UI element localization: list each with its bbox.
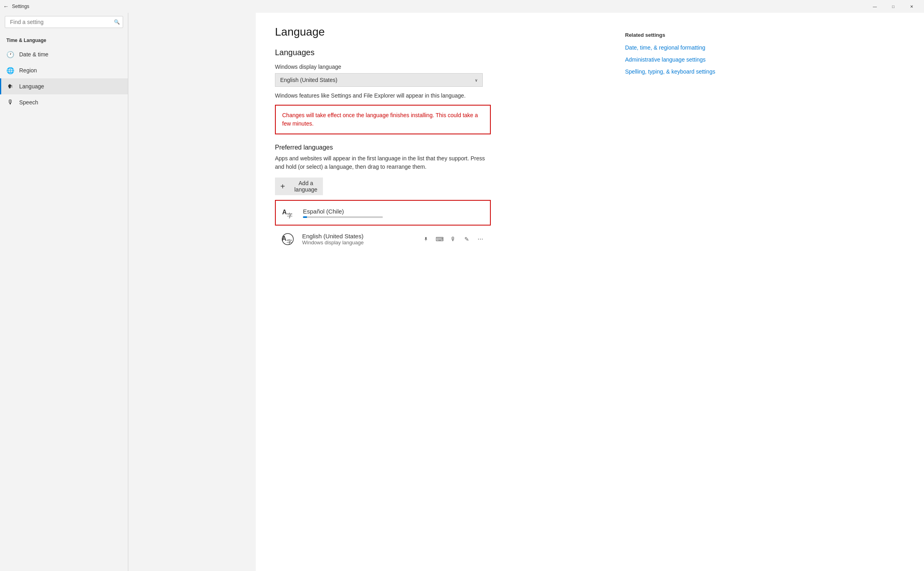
display-language-label: Windows display language — [275, 64, 596, 70]
warning-text: Changes will take effect once the langua… — [282, 111, 484, 128]
language-icon: 🗣 — [6, 82, 14, 90]
search-icon: 🔍 — [114, 19, 120, 25]
related-link-date-time[interactable]: Date, time, & regional formatting — [625, 44, 718, 51]
espanol-progress-bar — [303, 216, 307, 218]
mic-icon: 🎙 — [6, 98, 14, 106]
related-link-admin-language[interactable]: Administrative language settings — [625, 56, 718, 63]
close-button[interactable]: ✕ — [902, 0, 921, 13]
display-language-description: Windows features like Settings and File … — [275, 92, 491, 100]
add-language-label: Add a language — [292, 180, 320, 193]
preferred-languages-title: Preferred languages — [275, 144, 596, 151]
sidebar-item-label: Region — [19, 67, 37, 74]
related-link-spelling[interactable]: Spelling, typing, & keyboard settings — [625, 68, 718, 75]
english-lang-sublabel: Windows display language — [302, 240, 414, 246]
lang-icon-espanol: A 字 — [281, 205, 297, 221]
clock-icon: 🕐 — [6, 50, 14, 58]
sidebar-section-title: Time & Language — [0, 31, 128, 46]
svg-text:字: 字 — [287, 212, 293, 219]
globe-icon: 🌐 — [6, 66, 14, 74]
lang-icon-english: A 字 — [280, 231, 296, 247]
options-icon[interactable]: ⋯ — [475, 234, 486, 245]
svg-text:A: A — [282, 235, 287, 242]
handwriting-icon[interactable]: ✎ — [461, 234, 472, 245]
sidebar-item-speech[interactable]: 🎙 Speech — [0, 94, 128, 110]
keyboard-layout-icon[interactable]: ⌨ — [434, 234, 445, 245]
titlebar: ← Settings — □ ✕ — [0, 0, 924, 13]
svg-text:字: 字 — [287, 239, 292, 245]
sidebar-item-language[interactable]: 🗣 Language — [0, 78, 128, 94]
sidebar: 🔍 Time & Language 🕐 Date & time 🌐 Region… — [0, 0, 128, 571]
display-language-value: English (United States) — [280, 77, 337, 83]
sidebar-item-label: Language — [19, 83, 44, 90]
add-language-button[interactable]: + Add a language — [275, 178, 323, 195]
search-input[interactable] — [5, 16, 123, 28]
maximize-button[interactable]: □ — [884, 0, 902, 13]
languages-section-title: Languages — [275, 48, 596, 57]
english-lang-info: English (United States) Windows display … — [302, 233, 414, 246]
main-content: Language Languages Windows display langu… — [256, 0, 924, 571]
content-area: Language Languages Windows display langu… — [256, 13, 615, 571]
back-icon[interactable]: ← — [3, 3, 9, 10]
language-item-english[interactable]: A 字 English (United States) Windows disp… — [275, 227, 491, 251]
warning-box: Changes will take effect once the langua… — [275, 105, 491, 134]
sidebar-item-label: Speech — [19, 99, 38, 106]
search-container: 🔍 — [5, 16, 123, 28]
language-symbol-icon-english: A 字 — [281, 232, 295, 246]
mic-action-icon[interactable]: 🎙 — [448, 234, 459, 245]
pin-icon[interactable]: 🖈 — [420, 234, 432, 245]
preferred-languages-description: Apps and websites will appear in the fir… — [275, 154, 491, 171]
english-lang-actions: 🖈 ⌨ 🎙 ✎ ⋯ — [420, 234, 486, 245]
language-symbol-icon: A 字 — [281, 206, 296, 220]
language-item-espanol[interactable]: A 字 Español (Chile) — [275, 200, 491, 226]
espanol-lang-info: Español (Chile) — [303, 208, 485, 218]
titlebar-title: Settings — [12, 4, 29, 9]
page-title: Language — [275, 26, 596, 38]
display-language-dropdown[interactable]: English (United States) ∨ — [275, 73, 483, 87]
sidebar-item-region[interactable]: 🌐 Region — [0, 62, 128, 78]
add-icon: + — [278, 180, 287, 193]
window-controls: — □ ✕ — [866, 0, 921, 13]
related-settings-title: Related settings — [625, 32, 718, 38]
espanol-lang-name: Español (Chile) — [303, 208, 485, 215]
espanol-progress-bar-container — [303, 216, 383, 218]
english-lang-name: English (United States) — [302, 233, 414, 240]
svg-text:A: A — [282, 209, 287, 216]
sidebar-divider — [128, 0, 128, 571]
sidebar-item-label: Date & time — [19, 51, 48, 58]
sidebar-item-date-time[interactable]: 🕐 Date & time — [0, 46, 128, 62]
right-panel: Related settings Date, time, & regional … — [615, 13, 727, 571]
minimize-button[interactable]: — — [866, 0, 884, 13]
chevron-down-icon: ∨ — [475, 78, 478, 82]
